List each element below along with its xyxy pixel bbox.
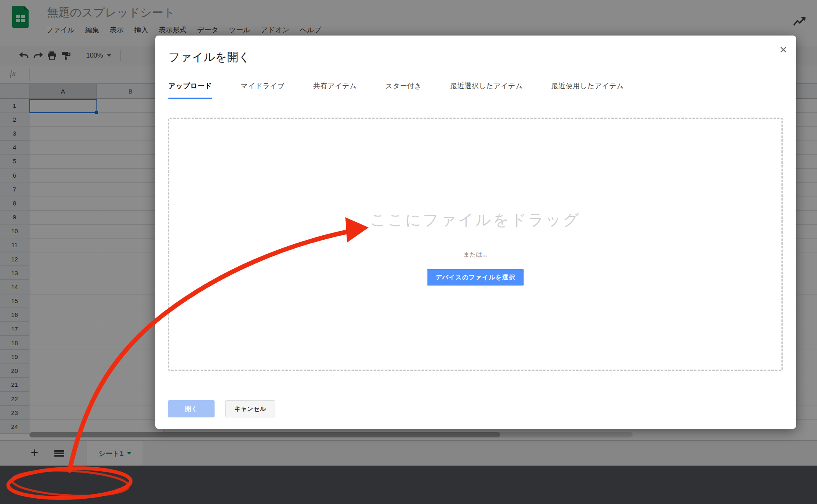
dialog-tab-1[interactable]: マイドライブ: [241, 81, 284, 99]
dialog-tab-0[interactable]: アップロード: [168, 81, 212, 99]
open-button[interactable]: 開く: [168, 400, 215, 417]
select-device-file-button[interactable]: デバイスのファイルを選択: [427, 269, 524, 285]
open-file-dialog: ファイルを開く × アップロードマイドライブ共有アイテムスター付き最近選択したア…: [155, 36, 796, 429]
dialog-tab-3[interactable]: スター付き: [385, 81, 422, 99]
dialog-tab-2[interactable]: 共有アイテム: [313, 81, 357, 99]
cancel-button[interactable]: キャンセル: [225, 400, 275, 417]
dialog-tab-4[interactable]: 最近選択したアイテム: [450, 81, 523, 99]
close-icon[interactable]: ×: [779, 43, 787, 56]
or-text: または...: [169, 251, 781, 259]
download-shelf: ダウンロード.csv: [0, 466, 817, 504]
dialog-title: ファイルを開く: [168, 49, 250, 65]
file-dropzone[interactable]: ここにファイルをドラッグ または... デバイスのファイルを選択: [168, 118, 783, 371]
drag-here-text: ここにファイルをドラッグ: [169, 210, 781, 230]
dialog-tab-5[interactable]: 最近使用したアイテム: [551, 81, 624, 99]
dialog-tabs: アップロードマイドライブ共有アイテムスター付き最近選択したアイテム最近使用したア…: [168, 81, 624, 99]
